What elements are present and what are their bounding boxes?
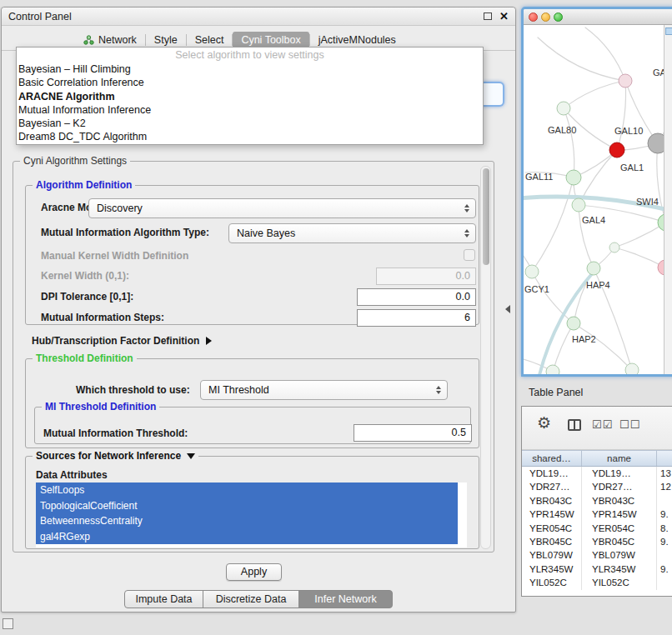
node-label: GAL80 (548, 125, 576, 135)
table-row[interactable]: YDR27…YDR27…12 (522, 480, 672, 493)
table-row[interactable]: YDL19…YDL19…13 (522, 467, 672, 480)
table-cell: YLR345W (582, 562, 657, 576)
mi-threshold-field[interactable]: 0.5 (354, 424, 472, 442)
which-threshold-select[interactable]: MI Threshold (200, 380, 448, 400)
network-node[interactable] (546, 365, 559, 374)
tab-select[interactable]: Select (187, 32, 233, 48)
algorithm-option[interactable]: Basic Correlation Inference (17, 76, 483, 89)
selected-value: Naive Bayes (237, 228, 295, 239)
table-cell (657, 576, 672, 589)
network-edge (564, 81, 625, 108)
settings-scrollbar[interactable] (480, 166, 491, 549)
apply-button[interactable]: Apply (226, 563, 282, 581)
algorithm-combobox-partial[interactable] (482, 82, 504, 107)
group-title[interactable]: Sources for Network Inference (33, 450, 198, 462)
algorithm-dropdown-popup: Select algorithm to view settings Bayesi… (16, 47, 484, 145)
table-body: YDL19…YDL19…13YDR27…YDR27…12YBR043CYBR04… (522, 467, 672, 596)
network-node[interactable] (609, 142, 624, 158)
table-cell: YER054C (582, 522, 657, 535)
control-panel-window: Control Panel ✕ Network Style Select (1, 7, 516, 612)
float-window-icon[interactable] (484, 12, 492, 20)
network-node[interactable] (566, 170, 581, 185)
network-node[interactable] (567, 317, 580, 330)
column-header[interactable]: name (582, 451, 657, 466)
node-label: GAL10 (614, 126, 643, 136)
minimized-panel-icon[interactable] (3, 618, 13, 629)
column-header[interactable] (657, 451, 672, 466)
table-cell: YER054C (522, 522, 582, 535)
gear-icon[interactable]: ⚙ (537, 413, 551, 432)
table-row[interactable]: YBR045CYBR045C9. (522, 535, 672, 548)
mi-type-select[interactable]: Naive Bayes (228, 223, 476, 243)
network-scrollbar[interactable] (664, 25, 672, 374)
table-panel-window: ⚙ ☑☑ ☐☐ shared… name YDL19…YDL19…13YDR27… (521, 406, 672, 597)
sources-title: Sources for Network Inference (36, 450, 181, 462)
algorithm-option[interactable]: Mutual Information Inference (17, 103, 483, 117)
data-attribute-item[interactable]: TopologicalCoefficient (36, 498, 458, 514)
network-node[interactable] (525, 265, 539, 278)
scrollbar-thumb[interactable] (483, 168, 489, 265)
table-row[interactable]: YIL052CYIL052C (522, 576, 672, 589)
network-node[interactable] (587, 262, 600, 275)
data-attribute-item[interactable]: BetweennessCentrality (36, 513, 458, 529)
data-attribute-item[interactable]: gal4RGexp (36, 529, 458, 545)
tab-infer-network[interactable]: Infer Network (298, 590, 393, 608)
algorithm-option[interactable]: Dream8 DC_TDC Algorithm (17, 130, 483, 143)
aracne-mode-select[interactable]: Discovery (88, 198, 476, 218)
tab-cyni-toolbox[interactable]: Cyni Toolbox (233, 32, 308, 48)
network-window-titlebar[interactable] (524, 9, 672, 25)
algorithm-option[interactable]: ARACNE Algorithm (17, 90, 483, 103)
which-threshold-label: Which threshold to use: (76, 384, 190, 396)
network-node[interactable] (572, 198, 585, 212)
node-label: GAL1 (620, 162, 644, 172)
data-attribute-item[interactable]: SelfLoops (36, 482, 458, 498)
node-label: HAP2 (572, 334, 596, 344)
tab-discretize-data[interactable]: Discretize Data (203, 590, 299, 608)
table-row[interactable]: YBL079WYBL079W (522, 548, 672, 562)
collapse-arrow-icon (187, 453, 195, 459)
hub-section-toggle[interactable]: Hub/Transcription Factor Definition (32, 335, 212, 347)
table-row[interactable]: YLR345WYLR345W9. (522, 562, 672, 576)
node-label: GCY1 (524, 284, 549, 294)
tab-style[interactable]: Style (146, 32, 186, 48)
close-traffic-light-icon[interactable] (529, 12, 538, 22)
network-canvas[interactable]: GALGAL80GAL10GAL11GAL1SWI4GAL4GCY1HAP4HA… (524, 25, 672, 374)
table-panel-title: Table Panel (529, 387, 583, 398)
network-node[interactable] (557, 102, 570, 115)
close-icon[interactable]: ✕ (499, 12, 509, 21)
kernel-width-field[interactable]: 0.0 (376, 268, 476, 285)
minimize-traffic-light-icon[interactable] (541, 12, 550, 22)
table-cell: YBR045C (522, 535, 582, 548)
manual-kernel-checkbox[interactable] (464, 249, 475, 261)
mi-steps-field[interactable]: 6 (357, 309, 476, 327)
table-row[interactable]: YER054CYER054C8. (522, 522, 672, 535)
birdseye-button[interactable] (665, 28, 672, 35)
tab-label: jActiveMNodules (318, 34, 396, 46)
data-attributes-list[interactable]: SelfLoopsTopologicalCoefficientBetweenne… (36, 482, 467, 548)
algorithm-option[interactable]: Bayesian – Hill Climbing (17, 62, 483, 76)
table-row[interactable]: YBR043CYBR043C (522, 494, 672, 508)
algorithm-option[interactable]: Bayesian – K2 (17, 117, 483, 130)
unchecked-boxes-icon[interactable]: ☐☐ (619, 418, 640, 431)
dpi-tolerance-field[interactable]: 0.0 (357, 288, 476, 306)
panel-collapse-arrow-icon[interactable] (505, 305, 510, 313)
tab-label: Cyni Toolbox (241, 34, 300, 46)
zoom-traffic-light-icon[interactable] (554, 12, 563, 22)
tab-network[interactable]: Network (75, 32, 145, 48)
column-layout-icon[interactable] (568, 419, 581, 431)
tab-impute-data[interactable]: Impute Data (124, 590, 203, 608)
algorithm-option-list: Bayesian – Hill ClimbingBasic Correlatio… (17, 62, 483, 144)
checked-boxes-icon[interactable]: ☑☑ (592, 418, 613, 431)
table-cell: 8. (657, 522, 672, 535)
control-panel-titlebar[interactable]: Control Panel ✕ (2, 8, 515, 26)
network-node[interactable] (625, 363, 639, 374)
table-row[interactable]: YPR145WYPR145W9. (522, 508, 672, 521)
column-header[interactable]: shared… (522, 451, 582, 466)
combo-arrows-icon (436, 386, 441, 394)
network-node[interactable] (619, 74, 632, 88)
selected-value: Discovery (97, 202, 143, 214)
network-edge (538, 38, 625, 81)
mi-threshold-definition-group: MI Threshold Definition Mutual Informati… (34, 407, 471, 444)
network-node[interactable] (609, 242, 619, 252)
tab-jactivemnodules[interactable]: jActiveMNodules (310, 32, 404, 48)
